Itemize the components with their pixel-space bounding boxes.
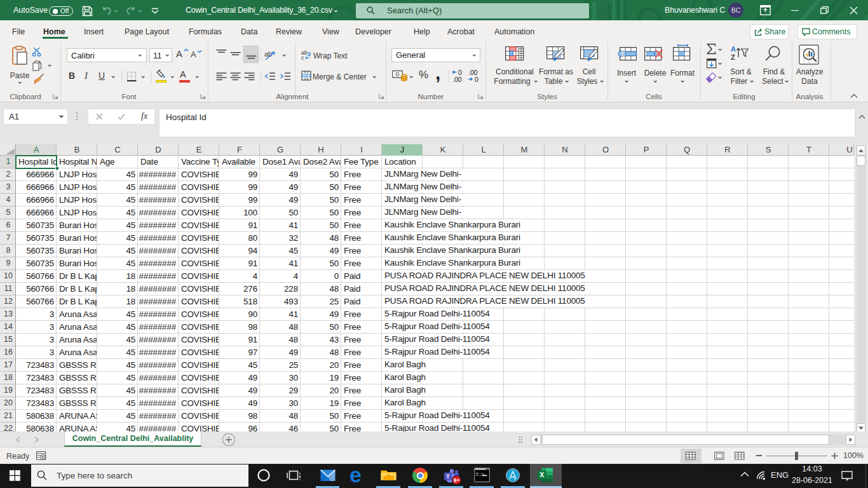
svg-text:T: T	[446, 473, 450, 480]
svg-text:Z: Z	[731, 53, 735, 61]
svg-text:c: c	[301, 55, 304, 60]
svg-text:.00: .00	[452, 76, 462, 83]
svg-text:A: A	[731, 45, 736, 53]
svg-text:C:\: C:\	[476, 472, 485, 477]
svg-text:ab: ab	[264, 50, 272, 58]
svg-text:0: 0	[475, 76, 478, 83]
svg-text:X: X	[539, 471, 544, 478]
